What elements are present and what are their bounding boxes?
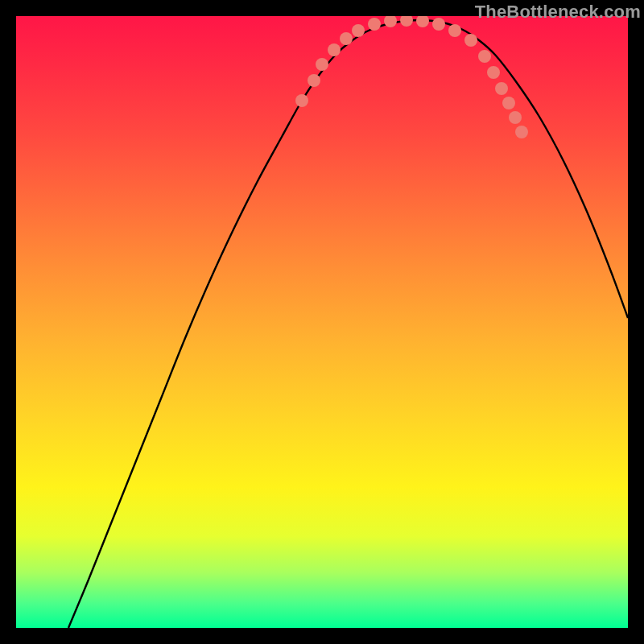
curve-marker [328, 43, 341, 56]
curve-marker [432, 18, 445, 31]
curve-marker [478, 50, 491, 63]
curve-marker [448, 24, 461, 37]
chart-frame [16, 16, 628, 628]
chart-svg [16, 16, 628, 628]
curve-marker [495, 82, 508, 95]
marker-group [295, 16, 528, 138]
curve-marker [308, 74, 320, 87]
curve-marker [416, 16, 429, 27]
curve-marker [295, 94, 308, 107]
curve-marker [400, 16, 413, 27]
bottleneck-curve [68, 20, 628, 628]
curve-marker [368, 18, 381, 31]
curve-marker [509, 111, 522, 124]
curve-marker [502, 97, 515, 109]
curve-marker [487, 66, 500, 79]
curve-marker [384, 16, 397, 27]
curve-marker [515, 126, 528, 138]
curve-marker [316, 58, 328, 71]
curve-marker [464, 34, 477, 47]
curve-marker [340, 32, 353, 45]
curve-marker [352, 24, 365, 37]
curve-path-group [68, 20, 628, 628]
watermark-text: TheBottleneck.com [475, 2, 641, 23]
